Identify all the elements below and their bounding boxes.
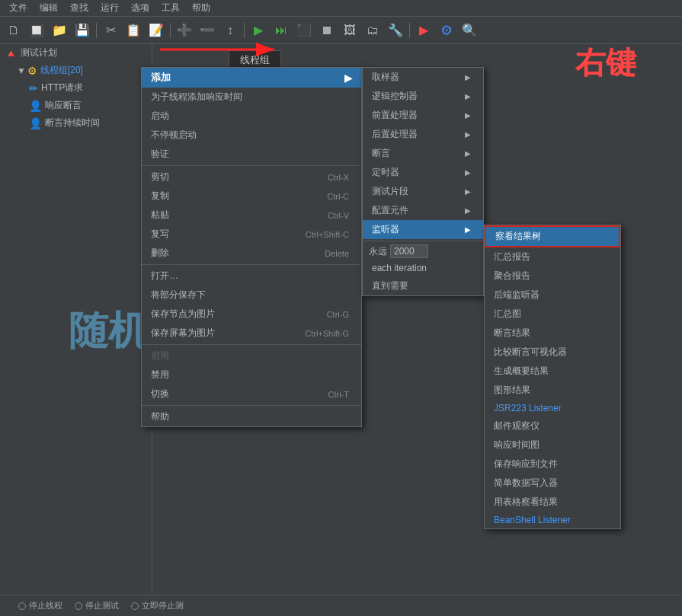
- menu-tools[interactable]: 工具: [155, 0, 186, 16]
- menu-timer[interactable]: 定时器 ▶: [363, 163, 483, 182]
- listener-mail-viewer[interactable]: 邮件观察仪: [485, 417, 620, 436]
- radio-stop-now[interactable]: [131, 602, 139, 610]
- menu-copy[interactable]: 复制 Ctrl-C: [142, 187, 361, 206]
- context-menu-add: 取样器 ▶ 逻辑控制器 ▶ 前置处理器 ▶ 后置处理器 ▶ 断言 ▶ 定时器 ▶…: [362, 67, 484, 296]
- listener-graph-results[interactable]: 图形结果: [485, 381, 620, 400]
- listener-simple-writer[interactable]: 简单数据写入器: [485, 474, 620, 493]
- menu-add-header[interactable]: 添加 ▶: [142, 68, 361, 88]
- toolbar-search[interactable]: 🔍: [459, 20, 480, 41]
- listener-compare-assertion[interactable]: 比较断言可视化器: [485, 343, 620, 362]
- logic-arrow: ▶: [465, 92, 471, 101]
- toolbar-settings[interactable]: ⚙: [436, 20, 457, 41]
- listener-summary-report[interactable]: 汇总报告: [485, 247, 620, 267]
- iteration-input[interactable]: [390, 244, 428, 258]
- config-arrow: ▶: [465, 206, 471, 215]
- menu-find[interactable]: 查找: [64, 0, 94, 16]
- menu-start-no-pause[interactable]: 不停顿启动: [142, 126, 361, 145]
- left-panel: 🔺 测试计划 ▼ ⚙ 线程组[20] ✏ HTTP请求 👤 响应断言 👤 断言持…: [0, 44, 152, 595]
- tree-http[interactable]: ✏ HTTP请求: [24, 79, 152, 97]
- menu-pre-processor[interactable]: 前置处理器 ▶: [363, 106, 483, 125]
- menu-delete[interactable]: 删除 Delete: [142, 244, 361, 263]
- listener-response-time[interactable]: 响应时间图: [485, 436, 620, 455]
- toolbar-copy[interactable]: 📋: [123, 20, 144, 41]
- toolbar-paste[interactable]: 📝: [146, 20, 167, 41]
- menu-start[interactable]: 启动: [142, 107, 361, 126]
- menu-help[interactable]: 帮助: [186, 0, 216, 16]
- listener-generate-summary[interactable]: 生成概要结果: [485, 362, 620, 381]
- menu-enable: 启用: [142, 346, 361, 365]
- toolbar-remote-start[interactable]: ▶: [413, 20, 434, 41]
- tree-thread-group[interactable]: ▼ ⚙ 线程组[20]: [12, 62, 152, 79]
- menu-cut[interactable]: 剪切 Ctrl-X: [142, 168, 361, 187]
- listener-table-results[interactable]: 用表格察看结果: [485, 493, 620, 512]
- menu-save-node-img[interactable]: 保存节点为图片 Ctrl-G: [142, 305, 361, 324]
- radio-stop-thread[interactable]: [18, 602, 26, 610]
- tree-assert-duration[interactable]: 👤 断言持续时间: [24, 114, 152, 132]
- listener-save-response[interactable]: 保存响应到文件: [485, 455, 620, 474]
- menu-help-item[interactable]: 帮助: [142, 407, 361, 426]
- toolbar-start[interactable]: ▶: [248, 20, 269, 41]
- tree-assert[interactable]: 👤 响应断言: [24, 97, 152, 114]
- menu-add-arrow: ▶: [344, 72, 352, 84]
- menu-add-response-time[interactable]: 为子线程添加响应时间: [142, 88, 361, 107]
- menu-listener[interactable]: 监听器 ▶: [363, 220, 483, 239]
- menu-toggle[interactable]: 切换 Ctrl-T: [142, 385, 361, 404]
- post-arrow: ▶: [465, 130, 471, 139]
- listener-view-results[interactable]: 察看结果树: [485, 225, 620, 247]
- menu-run[interactable]: 运行: [94, 0, 125, 16]
- listener-beanshell[interactable]: BeanShell Listener: [485, 512, 620, 528]
- toolbar-stop[interactable]: ⬛: [293, 20, 315, 41]
- toolbar-templates[interactable]: 🔲: [26, 20, 47, 41]
- menu-logic-controller[interactable]: 逻辑控制器 ▶: [363, 87, 483, 106]
- menu-post-processor[interactable]: 后置处理器 ▶: [363, 125, 483, 144]
- menu-sep2: [142, 264, 361, 265]
- toolbar-shutdown[interactable]: ⏹: [316, 20, 338, 41]
- sampler-arrow: ▶: [465, 73, 471, 81]
- toolbar-sep3: [244, 23, 245, 38]
- menu-until-needed[interactable]: 直到需要: [363, 276, 483, 295]
- menu-test-fragment[interactable]: 测试片段 ▶: [363, 182, 483, 201]
- menu-sampler[interactable]: 取样器 ▶: [363, 68, 483, 87]
- menu-config-element[interactable]: 配置元件 ▶: [363, 201, 483, 220]
- toolbar-open[interactable]: 📁: [49, 20, 70, 41]
- menu-validate[interactable]: 验证: [142, 145, 361, 164]
- toolbar-cut[interactable]: ✂: [100, 20, 121, 41]
- radio-stop-test[interactable]: [75, 602, 82, 610]
- listener-backend[interactable]: 后端监听器: [485, 286, 620, 305]
- toolbar-clear-all[interactable]: 🗂: [362, 20, 383, 41]
- menu-paste[interactable]: 粘贴 Ctrl-V: [142, 206, 361, 225]
- listener-assertion-results[interactable]: 断言结果: [485, 324, 620, 343]
- toolbar-remote[interactable]: 🔧: [385, 20, 406, 41]
- menu-edit[interactable]: 编辑: [34, 0, 64, 16]
- toolbar-start-no-pause[interactable]: ⏭: [271, 20, 292, 41]
- listener-jsr223[interactable]: JSR223 Listener: [485, 400, 620, 417]
- menu-open[interactable]: 打开…: [142, 267, 361, 286]
- menu-bar: 文件 编辑 查找 运行 选项 工具 帮助: [0, 0, 682, 17]
- toolbar: 🗋 🔲 📁 💾 ✂ 📋 📝 ➕ ➖ ↕ ▶ ⏭ ⬛ ⏹ 🖼 🗂 🔧 ▶ ⚙ 🔍: [0, 17, 682, 44]
- toolbar-sep2: [170, 23, 171, 38]
- toolbar-collapse[interactable]: ➖: [197, 20, 218, 41]
- toolbar-expand[interactable]: ➕: [174, 20, 195, 41]
- menu-assertion[interactable]: 断言 ▶: [363, 144, 483, 163]
- listener-aggregate-report[interactable]: 聚合报告: [485, 267, 620, 286]
- assert-icon: 👤: [29, 100, 42, 112]
- listener-aggregate-graph[interactable]: 汇总图: [485, 305, 620, 324]
- listener-submenu: 察看结果树 汇总报告 聚合报告 后端监听器 汇总图 断言结果 比较断言可视化器 …: [484, 225, 621, 529]
- menu-each-iteration[interactable]: each iteration: [363, 260, 483, 276]
- menu-duplicate[interactable]: 复写 Ctrl+Shift-C: [142, 225, 361, 244]
- tree-test-plan[interactable]: 🔺 测试计划: [0, 44, 152, 62]
- toolbar-new[interactable]: 🗋: [3, 20, 24, 41]
- http-icon: ✏: [29, 82, 38, 94]
- pre-arrow: ▶: [465, 111, 471, 120]
- menu-options[interactable]: 选项: [125, 0, 155, 16]
- status-stop-now: 立即停止测: [131, 600, 184, 611]
- listener-arrow: ▶: [465, 225, 471, 234]
- timer-arrow: ▶: [465, 168, 471, 177]
- menu-disable[interactable]: 禁用: [142, 365, 361, 385]
- toolbar-toggle[interactable]: ↕: [219, 20, 241, 41]
- toolbar-clear[interactable]: 🖼: [339, 20, 360, 41]
- menu-save-partial[interactable]: 将部分保存下: [142, 286, 361, 305]
- menu-file[interactable]: 文件: [3, 0, 34, 16]
- menu-save-screen-img[interactable]: 保存屏幕为图片 Ctrl+Shift-G: [142, 324, 361, 343]
- toolbar-save[interactable]: 💾: [72, 20, 93, 41]
